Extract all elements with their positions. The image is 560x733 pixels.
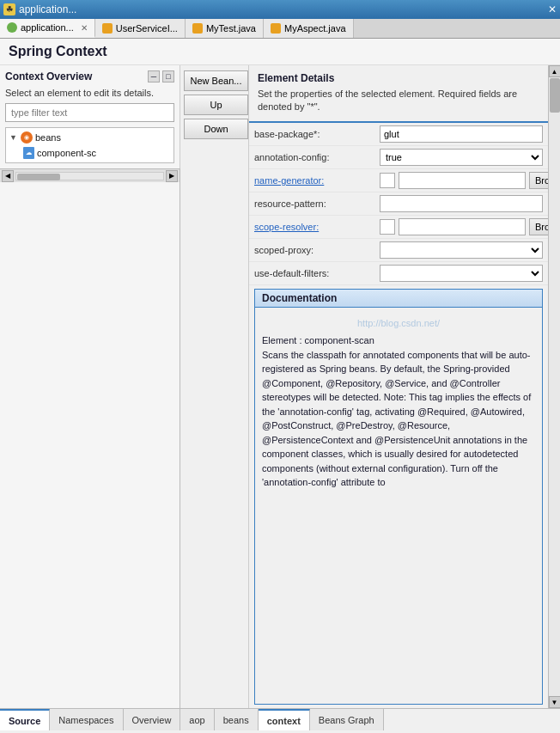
content-area: Context Overview ─ □ Select an element t… <box>0 65 560 708</box>
label-resource-pattern: resource-pattern: <box>254 199 374 209</box>
label-use-default-filters: use-default-filters: <box>254 268 374 278</box>
app-title: application... <box>19 3 76 15</box>
documentation-title: Documentation <box>255 290 542 308</box>
bottom-tab-namespaces[interactable]: Namespaces <box>50 709 123 730</box>
app-icon: ☘ <box>3 3 15 15</box>
prop-resource-pattern: resource-pattern: <box>249 192 548 216</box>
tab-label-application: application... <box>21 22 74 33</box>
spring-icon <box>7 22 17 33</box>
tab-application[interactable]: application... ✕ <box>0 19 95 38</box>
prop-base-package: base-package*: <box>249 123 548 146</box>
left-panel: Context Overview ─ □ Select an element t… <box>0 65 180 168</box>
value-resource-pattern <box>380 195 543 212</box>
input-name-generator[interactable] <box>399 172 526 189</box>
bottom-tab-context[interactable]: context <box>259 709 310 730</box>
label-base-package: base-package*: <box>254 129 374 139</box>
input-base-package[interactable] <box>380 125 543 143</box>
select-scoped-proxy[interactable]: no interfaces targetClass <box>380 241 543 259</box>
scroll-left-btn[interactable]: ◀ <box>2 170 14 182</box>
bottom-tab-beansgraph[interactable]: Beans Graph <box>310 709 384 730</box>
properties-area: base-package*: annotation-config: true f… <box>249 123 548 285</box>
prop-scoped-proxy: scoped-proxy: no interfaces targetClass <box>249 239 548 262</box>
label-scope-resolver[interactable]: scope-resolver: <box>254 222 374 232</box>
scroll-up-btn[interactable]: ▲ <box>549 65 561 77</box>
select-annotation-config[interactable]: true false <box>380 149 543 166</box>
scroll-thumb <box>17 174 60 180</box>
documentation-content: http://blog.csdn.net/ Element : componen… <box>255 308 542 704</box>
scroll-track[interactable] <box>15 172 164 180</box>
scroll-down-btn[interactable]: ▼ <box>549 696 561 708</box>
java-icon-1 <box>102 23 113 34</box>
h-scroll-bar[interactable]: ◀ ▶ <box>0 168 180 182</box>
up-button[interactable]: Up <box>184 95 248 115</box>
panel-controls: ─ □ <box>148 70 174 82</box>
new-bean-button[interactable]: New Bean... <box>184 70 248 91</box>
down-button[interactable]: Down <box>184 119 248 139</box>
right-main: Element Details Set the properties of th… <box>249 65 560 708</box>
tree-child-component[interactable]: ☁ component-sc <box>8 145 172 161</box>
value-base-package <box>380 125 543 143</box>
xml-icon: ☁ <box>23 147 34 159</box>
tree-root-label: beans <box>35 132 61 143</box>
side-buttons: New Bean... Up Down <box>180 65 249 708</box>
vertical-scrollbar[interactable]: ▲ ▼ <box>548 65 560 708</box>
browse-name-generator-btn[interactable]: Browse... <box>529 172 548 189</box>
tab-label-mytest: MyTest.java <box>206 23 256 34</box>
scroll-thumb-v <box>550 78 560 113</box>
watermark: http://blog.csdn.net/ <box>262 313 535 334</box>
maximize-btn[interactable]: □ <box>162 70 174 82</box>
java-icon-3 <box>271 23 281 34</box>
tree-child-label: component-sc <box>37 148 96 158</box>
filter-input[interactable] <box>5 103 174 122</box>
value-name-generator: Browse... <box>380 172 548 189</box>
panel-subtitle: Select an element to edit its details. <box>5 88 174 98</box>
bottom-tab-source[interactable]: Source <box>0 709 50 730</box>
page-title: Spring Context <box>0 39 560 65</box>
right-content: Element Details Set the properties of th… <box>249 65 548 708</box>
scroll-right-btn[interactable]: ▶ <box>166 170 178 182</box>
label-name-generator[interactable]: name-generator: <box>254 175 374 186</box>
prop-name-generator: name-generator: Browse... <box>249 169 548 192</box>
select-use-default-filters[interactable]: true false <box>380 265 543 282</box>
tree-root-beans[interactable]: ▼ ◉ beans <box>8 130 172 145</box>
tree-area: ▼ ◉ beans ☁ component-sc <box>5 127 174 163</box>
bottom-tab-overview[interactable]: Overview <box>124 709 181 730</box>
beans-icon: ◉ <box>21 131 33 144</box>
checkbox-scope-resolver[interactable] <box>380 219 395 235</box>
element-details-title: Element Details <box>258 72 539 84</box>
bottom-tab-aop[interactable]: aop <box>180 709 214 730</box>
label-annotation-config: annotation-config: <box>254 152 374 162</box>
prop-scope-resolver: scope-resolver: Browse... <box>249 216 548 239</box>
input-scope-resolver[interactable] <box>399 218 526 235</box>
value-scoped-proxy: no interfaces targetClass <box>380 241 543 259</box>
tab-close-application[interactable]: ✕ <box>81 23 88 33</box>
value-scope-resolver: Browse... <box>380 218 548 235</box>
prop-use-default-filters: use-default-filters: true false <box>249 262 548 285</box>
element-details-section: Element Details Set the properties of th… <box>249 65 548 123</box>
checkbox-name-generator[interactable] <box>380 173 395 188</box>
title-close-icon[interactable]: ✕ <box>548 3 557 15</box>
documentation-section: Documentation http://blog.csdn.net/ Elem… <box>254 289 543 705</box>
tab-myaspect[interactable]: MyAspect.java <box>264 19 354 38</box>
action-buttons-area <box>0 182 180 189</box>
tab-label-myaspect: MyAspect.java <box>284 23 346 34</box>
expand-icon: ▼ <box>9 133 18 142</box>
title-bar: ☘ application... ✕ <box>0 0 560 19</box>
element-details-desc: Set the properties of the selected eleme… <box>258 88 539 114</box>
input-resource-pattern[interactable] <box>380 195 543 212</box>
value-annotation-config: true false <box>380 149 543 166</box>
tab-mytest[interactable]: MyTest.java <box>186 19 264 38</box>
browse-scope-resolver-btn[interactable]: Browse... <box>529 218 548 235</box>
tab-label-userservice: UserServiceI... <box>116 23 178 34</box>
scroll-track-v[interactable] <box>549 77 560 696</box>
java-icon-2 <box>192 23 203 34</box>
minimize-btn[interactable]: ─ <box>148 70 160 82</box>
bottom-tab-bar: Source Namespaces Overview aop beans con… <box>0 708 560 730</box>
tab-userservice[interactable]: UserServiceI... <box>95 19 186 38</box>
value-use-default-filters: true false <box>380 265 543 282</box>
label-scoped-proxy: scoped-proxy: <box>254 245 374 255</box>
prop-annotation-config: annotation-config: true false <box>249 146 548 169</box>
tab-bar: application... ✕ UserServiceI... MyTest.… <box>0 19 560 39</box>
context-overview-title: Context Overview ─ □ <box>5 70 174 82</box>
bottom-tab-beans[interactable]: beans <box>215 709 259 730</box>
